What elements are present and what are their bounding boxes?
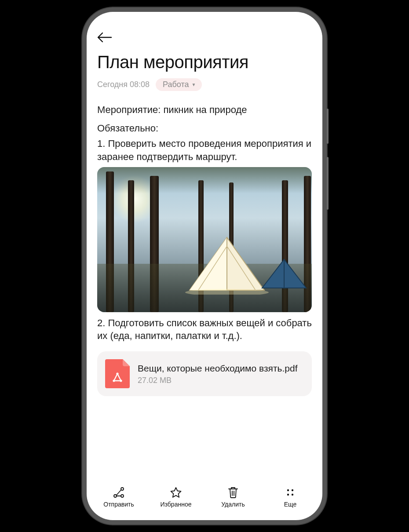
- svg-point-6: [121, 495, 124, 497]
- svg-point-7: [287, 489, 289, 491]
- phone-frame: План мероприятия Сегодня 08:08 Работа ▼ …: [82, 7, 327, 525]
- must-label: Обязательно:: [97, 122, 312, 135]
- bottom-toolbar: Отправить Избранное Удалить: [87, 480, 322, 520]
- timestamp: Сегодня 08:08: [97, 80, 150, 89]
- phone-screen: План мероприятия Сегодня 08:08 Работа ▼ …: [87, 12, 322, 520]
- star-icon: [169, 486, 183, 499]
- note-content: План мероприятия Сегодня 08:08 Работа ▼ …: [87, 12, 322, 480]
- more-icon: [284, 486, 297, 499]
- delete-label: Удалить: [221, 501, 245, 508]
- attachment-filesize: 27.02 MB: [138, 376, 304, 385]
- share-icon: [112, 486, 125, 499]
- more-button[interactable]: Еще: [266, 486, 314, 508]
- checklist-item-2: 2. Подготовить список важных вещей и соб…: [97, 317, 312, 343]
- tag-chip[interactable]: Работа ▼: [156, 78, 202, 91]
- note-image[interactable]: [97, 167, 312, 312]
- more-label: Еще: [284, 501, 297, 508]
- delete-button[interactable]: Удалить: [209, 486, 257, 508]
- tag-label: Работа: [163, 80, 189, 89]
- svg-point-10: [292, 494, 293, 496]
- event-subtitle: Мероприятие: пикник на природе: [97, 103, 312, 117]
- page-title: План мероприятия: [97, 52, 312, 72]
- pdf-file-icon: [105, 359, 130, 388]
- chevron-down-icon: ▼: [191, 82, 196, 87]
- attachment-filename: Вещи, которые необходимо взять.pdf: [138, 362, 304, 374]
- send-label: Отправить: [103, 501, 134, 508]
- svg-point-8: [292, 489, 293, 491]
- meta-row: Сегодня 08:08 Работа ▼: [97, 78, 312, 91]
- attachment-card[interactable]: Вещи, которые необходимо взять.pdf 27.02…: [97, 351, 312, 396]
- favorite-button[interactable]: Избранное: [152, 486, 200, 508]
- checklist-item-1: 1. Проверить место проведения мероприяти…: [97, 137, 312, 163]
- phone-side-button: [327, 157, 329, 210]
- send-button[interactable]: Отправить: [95, 486, 143, 508]
- favorite-label: Избранное: [161, 501, 192, 508]
- back-icon[interactable]: [97, 32, 112, 44]
- phone-side-button: [327, 109, 329, 144]
- svg-point-5: [121, 488, 124, 490]
- svg-point-9: [287, 494, 289, 496]
- trash-icon: [226, 486, 240, 499]
